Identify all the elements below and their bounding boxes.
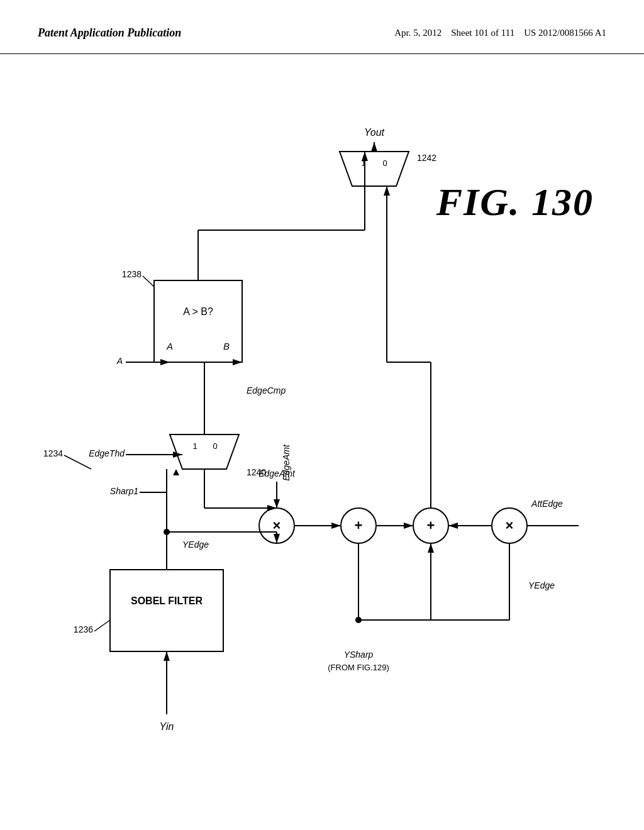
svg-text:EdgeCmp: EdgeCmp — [247, 385, 286, 396]
svg-marker-36 — [173, 469, 179, 475]
circuit-diagram: SOBEL FILTER 1236 Yin A > B? A B 1238 1 … — [0, 54, 644, 809]
svg-marker-88 — [274, 499, 280, 508]
svg-text:EdgeThd: EdgeThd — [89, 448, 125, 458]
svg-text:EdgeAmt: EdgeAmt — [258, 468, 296, 479]
svg-marker-51 — [404, 523, 413, 529]
svg-text:×: × — [506, 517, 514, 533]
diagram-area: FIG. 130 SOBEL FILTER 1236 Yin A > B? A … — [0, 54, 644, 809]
publication-date: Apr. 5, 2012 — [394, 28, 441, 38]
patent-number: US 2012/0081566 A1 — [524, 28, 606, 38]
svg-text:A > B?: A > B? — [183, 306, 213, 317]
svg-line-12 — [143, 276, 154, 287]
svg-text:A: A — [116, 356, 123, 366]
svg-text:YEdge: YEdge — [182, 540, 209, 550]
svg-text:YSharp: YSharp — [344, 650, 374, 660]
svg-marker-6 — [164, 651, 170, 661]
svg-marker-65 — [448, 523, 458, 529]
svg-text:0: 0 — [213, 441, 217, 451]
header-date-sheet: Apr. 5, 2012 Sheet 101 of 111 US 2012/00… — [394, 25, 606, 40]
svg-text:YEdge: YEdge — [528, 580, 555, 590]
svg-text:Yin: Yin — [160, 721, 174, 732]
svg-text:B: B — [223, 341, 230, 351]
svg-text:×: × — [273, 517, 281, 533]
svg-text:1242: 1242 — [417, 153, 436, 163]
svg-text:Yout: Yout — [364, 127, 385, 138]
svg-line-85 — [64, 455, 91, 469]
svg-marker-17 — [340, 152, 409, 186]
svg-text:A: A — [166, 341, 173, 351]
svg-text:1238: 1238 — [122, 269, 142, 279]
svg-text:1236: 1236 — [74, 624, 93, 634]
svg-text:(FROM FIG.129): (FROM FIG.129) — [328, 663, 389, 672]
svg-text:0: 0 — [382, 158, 387, 168]
publication-title: Patent Application Publication — [38, 25, 181, 41]
svg-text:AttEdge: AttEdge — [531, 499, 563, 509]
svg-marker-69 — [384, 186, 390, 196]
page-header: Patent Application Publication Apr. 5, 2… — [0, 0, 644, 54]
svg-text:+: + — [427, 517, 435, 533]
svg-text:+: + — [355, 517, 363, 533]
svg-marker-13 — [170, 434, 239, 469]
svg-marker-56 — [428, 543, 434, 553]
svg-text:Sharp1: Sharp1 — [110, 486, 138, 496]
svg-text:SOBEL FILTER: SOBEL FILTER — [131, 595, 203, 606]
sheet-info: Sheet 101 of 111 — [451, 28, 514, 38]
svg-marker-49 — [331, 523, 341, 529]
svg-rect-0 — [110, 570, 223, 651]
svg-line-3 — [94, 620, 110, 631]
svg-text:1: 1 — [192, 441, 197, 451]
svg-text:1234: 1234 — [43, 448, 63, 458]
